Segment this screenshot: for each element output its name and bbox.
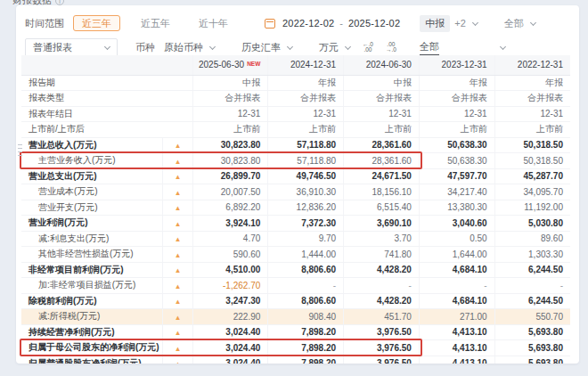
meta-value-cell: 上市前: [192, 122, 268, 138]
trend-chart-icon[interactable]: ▲: [174, 220, 181, 227]
data-value-cell: 11,192.00: [494, 200, 570, 216]
column-header-date[interactable]: 2024-12-31: [268, 55, 344, 75]
column-header-date[interactable]: 2025-06-30NEW: [192, 55, 268, 75]
trend-chart-icon[interactable]: ▲: [174, 345, 181, 352]
trend-chart-icon[interactable]: ▲: [174, 330, 181, 337]
financial-statement-table: 2025-06-30NEW2024-12-312024-06-302023-12…: [21, 55, 570, 364]
trend-cell: ▲: [162, 184, 192, 200]
table-data-row[interactable]: 主营业务收入(万元)▲30,823.8057,118.8028,361.6050…: [21, 153, 570, 169]
trend-cell: ▲: [162, 168, 192, 184]
trend-chart-icon[interactable]: ▲: [174, 158, 181, 165]
trend-cell: ▲: [162, 137, 192, 153]
trend-chart-icon[interactable]: ▲: [174, 314, 181, 321]
column-header-date[interactable]: 2024-06-30: [344, 55, 420, 75]
row-label: 非经常项目前利润(万元): [21, 262, 162, 278]
row-label: 报表年结日: [21, 106, 192, 122]
report-view-select[interactable]: 普通报表: [25, 38, 118, 57]
table-data-row[interactable]: 加:非经常项目损益(万元)▲-1,262.70----: [21, 278, 570, 294]
row-label: 营业利润(万元): [21, 216, 162, 232]
data-value-cell: 5,693.80: [494, 340, 570, 356]
trend-chart-icon[interactable]: ▲: [174, 236, 181, 243]
column-header-date[interactable]: 2023-12-31: [419, 55, 494, 75]
trend-chart-icon[interactable]: ▲: [174, 174, 181, 181]
table-data-row[interactable]: 营业总支出(万元)▲26,899.7049,746.5024,671.5047,…: [21, 168, 570, 184]
decimal-icon-line: →.0: [386, 47, 396, 53]
trend-cell: ▲: [162, 262, 192, 278]
table-data-row[interactable]: 营业总收入(万元)▲30,823.8057,118.8028,361.6050,…: [21, 137, 570, 153]
trend-cell: ▲: [162, 231, 192, 247]
data-value-cell: 4,413.10: [419, 324, 494, 340]
trend-chart-icon[interactable]: ▲: [174, 298, 181, 306]
new-badge: NEW: [247, 61, 260, 67]
trend-chart-icon[interactable]: ▲: [174, 361, 181, 364]
table-data-row[interactable]: 持续经营净利润(万元)▲3,024.407,898.203,976.504,41…: [21, 324, 570, 340]
table-data-row[interactable]: 归属普通股股东净利润(万元)▲3,024.407,898.203,976.504…: [21, 356, 570, 364]
table-data-row[interactable]: 营业成本(万元)▲20,007.5036,910.3018,156.1034,2…: [21, 184, 570, 200]
table-data-row[interactable]: 减:利息支出(万元)▲4.709.703.700.5089.60: [21, 231, 570, 247]
data-value-cell: 222.90: [192, 309, 268, 325]
data-value-cell: 5,693.80: [494, 356, 570, 364]
row-label: 归属普通股股东净利润(万元): [21, 356, 162, 364]
data-value-cell: 0.50: [419, 231, 494, 247]
date-range-start[interactable]: 2022-12-02: [282, 18, 334, 29]
table-data-row[interactable]: 归属于母公司股东的净利润(万元)▲3,024.407,898.203,976.5…: [21, 340, 570, 356]
toolbar-time-range: 时间范围 近三年近五年近十年 2022-12-02 - 2025-12-02 中…: [25, 13, 570, 33]
scope-select-value: 全部: [504, 17, 524, 30]
data-value-cell: 3,247.30: [192, 293, 268, 309]
currency-select[interactable]: 原始币种: [164, 41, 215, 54]
chevron-down-icon: [287, 43, 293, 49]
trend-chart-icon[interactable]: ▲: [174, 205, 181, 212]
data-value-cell: 57,118.80: [268, 137, 344, 153]
date-range-end[interactable]: 2025-12-02: [348, 18, 400, 29]
meta-value-cell: 上市前: [344, 122, 420, 138]
table-data-row[interactable]: 其他非经营性损益(万元)▲590.601,444.00741.801,644.0…: [21, 247, 570, 263]
meta-value-cell: 12-31: [494, 106, 570, 122]
meta-value-cell: 合并报表: [192, 91, 268, 107]
data-value-cell: 30,823.80: [192, 153, 268, 169]
trend-cell: ▲: [162, 200, 192, 216]
data-value-cell: 20,007.50: [192, 184, 268, 200]
data-value-cell: 7,898.20: [268, 356, 344, 364]
data-value-cell: 34,095.70: [494, 184, 570, 200]
meta-value-cell: 合并报表: [494, 91, 570, 107]
table-data-row[interactable]: 营业开支(万元)▲6,892.2012,836.206,515.4013,380…: [21, 200, 570, 216]
trend-chart-icon[interactable]: ▲: [174, 267, 181, 274]
table-data-row[interactable]: 营业利润(万元)▲3,924.107,372.303,690.103,040.6…: [21, 216, 570, 232]
report-period-tag[interactable]: 中报: [420, 15, 450, 32]
data-value-cell: 6,515.40: [344, 200, 420, 216]
data-value-cell: 3,976.50: [344, 356, 420, 364]
table-data-row[interactable]: 除税前利润(万元)▲3,247.308,806.604,428.204,684.…: [21, 293, 570, 309]
time-range-option-1[interactable]: 近五年: [133, 16, 178, 30]
data-value-cell: 1,303.30: [494, 247, 570, 263]
table-data-row[interactable]: 非经常项目前利润(万元)▲4,510.008,806.604,428.204,6…: [21, 262, 570, 278]
chevron-down-icon: [500, 43, 506, 49]
scope-select[interactable]: 全部: [504, 17, 535, 30]
data-value-cell: 3,690.10: [344, 216, 420, 232]
data-value-cell: 451.70: [344, 309, 420, 325]
column-header-date[interactable]: 2022-12-31: [494, 55, 570, 75]
table-data-row[interactable]: 减:所得税(万元)▲222.90908.40451.70271.00550.70: [21, 309, 570, 325]
meta-value-cell: 年报: [494, 75, 570, 91]
increase-decimal-icon[interactable]: .00 →.0: [386, 42, 396, 53]
data-value-cell: 9.70: [268, 231, 344, 247]
data-value-cell: 50,638.30: [419, 153, 494, 169]
trend-chart-icon[interactable]: ▲: [174, 143, 181, 150]
data-value-cell: 5,693.80: [494, 324, 570, 340]
exchange-rate-select[interactable]: 历史汇率: [241, 41, 292, 54]
row-label: 营业总收入(万元): [21, 137, 162, 153]
decrease-decimal-icon[interactable]: ←.0 .00: [363, 42, 373, 53]
trend-chart-icon[interactable]: ▲: [174, 282, 181, 290]
time-range-option-0[interactable]: 近三年: [73, 15, 120, 31]
data-value-cell: 3,040.60: [419, 216, 494, 232]
unit-select[interactable]: 万元: [319, 41, 350, 54]
data-value-cell: 12,836.20: [268, 200, 344, 216]
data-value-cell: 45,287.70: [494, 168, 570, 184]
row-label: 营业开支(万元): [21, 200, 162, 216]
time-range-option-2[interactable]: 近十年: [191, 16, 236, 30]
trend-chart-icon[interactable]: ▲: [174, 251, 181, 258]
trend-chart-icon[interactable]: ▲: [174, 189, 181, 196]
data-value-cell: 6,244.50: [494, 293, 570, 309]
calendar-icon[interactable]: [265, 19, 275, 29]
field-filter-select[interactable]: 全部: [420, 40, 505, 55]
chevron-down-icon[interactable]: [472, 19, 478, 25]
